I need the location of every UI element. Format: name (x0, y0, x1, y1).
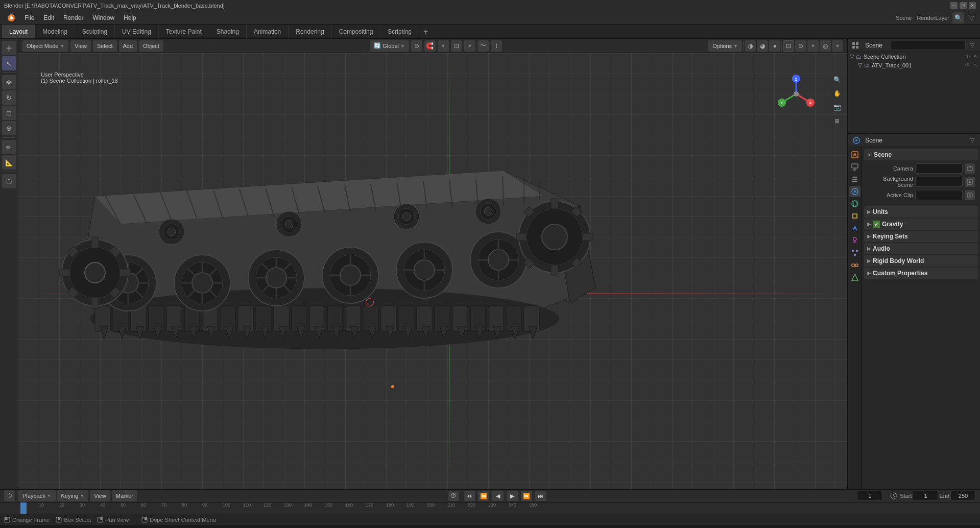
tab-layout[interactable]: Layout (2, 25, 35, 38)
xray-toggle[interactable]: ⊡ (783, 40, 794, 52)
timeline-ruler[interactable]: 1 10 20 30 40 50 60 70 80 90 100 110 120… (0, 502, 980, 514)
grid-view-icon[interactable]: ⊞ (831, 115, 843, 127)
sync-icon[interactable]: ⏱ (448, 491, 459, 501)
eye-icon[interactable]: 👁 (965, 54, 970, 59)
sync-dropdown[interactable]: 🔄 Global ▼ (370, 40, 409, 52)
jump-start-btn[interactable]: ⏮ (464, 491, 475, 501)
3d-viewport[interactable]: Object Mode ▼ View Select Add Object (18, 39, 847, 489)
zoom-in-icon[interactable]: 🔍 (831, 74, 843, 86)
tab-shading[interactable]: Shading (209, 25, 247, 38)
modifier-properties-icon[interactable] (849, 223, 861, 234)
audio-section-header[interactable]: ▶ Audio (864, 243, 978, 254)
tab-compositing[interactable]: Compositing (332, 25, 381, 38)
outliner-search[interactable] (890, 41, 966, 50)
viewport-shading-rendered[interactable]: ● (769, 40, 780, 52)
proportional-falloff[interactable]: ⌇ (491, 40, 502, 52)
menu-help[interactable]: Help (119, 13, 140, 22)
tab-sculpting[interactable]: Sculpting (75, 25, 115, 38)
cursor-tool[interactable]: ✛ (2, 41, 16, 55)
world-properties-icon[interactable] (849, 198, 861, 209)
transform-tool[interactable]: ⊕ (2, 121, 16, 135)
jump-end-btn[interactable]: ⏭ (535, 491, 546, 501)
scale-tool[interactable]: ⊡ (2, 106, 16, 120)
snap-options[interactable]: ▼ (438, 40, 449, 52)
view-menu[interactable]: View (90, 490, 110, 501)
overlay-toggle[interactable]: ⊙ (795, 40, 806, 52)
playback-menu[interactable]: Playback ▼ (18, 490, 56, 501)
active-clip-icon[interactable] (965, 190, 975, 200)
menu-file[interactable]: File (20, 13, 38, 22)
view-menu[interactable]: View (70, 40, 91, 52)
viewport-shading-material[interactable]: ◕ (757, 40, 768, 52)
menu-window[interactable]: Window (88, 13, 118, 22)
options-menu[interactable]: Options ▼ (708, 40, 742, 52)
measure-tool[interactable]: 📐 (2, 155, 16, 170)
current-frame-field[interactable]: 1 (857, 491, 882, 501)
start-frame-field[interactable]: 1 (913, 491, 938, 501)
props-filter-icon[interactable]: ▽ (968, 136, 977, 145)
select-icon[interactable]: ↖ (974, 54, 978, 59)
next-keyframe-btn[interactable]: ⏩ (521, 491, 532, 501)
hand-tool-icon[interactable]: ✋ (831, 87, 843, 100)
tab-texture-paint[interactable]: Texture Paint (159, 25, 209, 38)
gravity-section-header[interactable]: ▶ ✓ Gravity (864, 219, 978, 230)
transform-pivot-dropdown[interactable]: ▼ (464, 40, 475, 52)
maximize-button[interactable]: □ (960, 2, 967, 9)
scene-section-header[interactable]: ▼ Scene (864, 149, 978, 160)
rigid-body-section-header[interactable]: ▶ Rigid Body World (864, 255, 978, 267)
tab-rendering[interactable]: Rendering (289, 25, 331, 38)
tab-animation[interactable]: Animation (247, 25, 289, 38)
menu-render[interactable]: Render (59, 13, 87, 22)
snap-toggle[interactable]: 🧲 (424, 40, 436, 52)
keying-sets-section-header[interactable]: ▶ Keying Sets (864, 231, 978, 242)
move-tool[interactable]: ✥ (2, 75, 16, 89)
overlay-dropdown[interactable]: ▼ (807, 40, 819, 52)
add-workspace-button[interactable]: + (419, 25, 432, 38)
object-data-properties-icon[interactable] (849, 272, 861, 283)
tab-scripting[interactable]: Scripting (380, 25, 419, 38)
viewport-gizmo[interactable]: Z X Y (776, 74, 817, 114)
constraints-properties-icon[interactable] (849, 259, 861, 271)
atv-eye-icon[interactable]: 👁 (965, 62, 970, 68)
proportional-edit[interactable]: ⊙ (411, 40, 422, 52)
active-clip-field[interactable] (915, 190, 963, 200)
minimize-button[interactable]: ─ (950, 2, 958, 9)
render-properties-icon[interactable] (849, 149, 861, 160)
play-reverse-btn[interactable]: ◀ (492, 491, 504, 501)
end-frame-field[interactable]: 250 (950, 491, 976, 501)
add-menu[interactable]: Add (119, 40, 137, 52)
units-section-header[interactable]: ▶ Units (864, 206, 978, 218)
particles-properties-icon[interactable] (849, 247, 861, 258)
menu-edit[interactable]: Edit (39, 13, 58, 22)
menu-blender[interactable] (3, 13, 19, 23)
search-button[interactable]: 🔍 (952, 12, 964, 23)
prev-keyframe-btn[interactable]: ⏪ (478, 491, 489, 501)
select-menu[interactable]: Select (93, 40, 117, 52)
outliner-item-atv-track[interactable]: ▽ 🗂 ATV_Track_001 👁 ↖ (848, 61, 980, 69)
scene-properties-icon[interactable] (849, 186, 861, 197)
tab-modeling[interactable]: Modeling (35, 25, 75, 38)
gizmo-toggle[interactable]: ◎ (820, 40, 831, 52)
filter-button[interactable]: ▽ (966, 12, 977, 23)
keying-menu[interactable]: Keying ▼ (57, 490, 89, 501)
object-menu[interactable]: Object (139, 40, 163, 52)
path-icon[interactable]: 〜 (477, 40, 489, 52)
custom-props-header[interactable]: ▶ Custom Properties (864, 268, 978, 279)
select-tool[interactable]: ↖ (2, 56, 16, 70)
tab-uv-editing[interactable]: UV Editing (115, 25, 159, 38)
camera-view-icon[interactable]: 📷 (831, 101, 843, 113)
add-primitive[interactable]: ⬡ (2, 174, 16, 188)
bg-scene-field[interactable] (915, 177, 963, 187)
object-properties-icon[interactable] (849, 210, 861, 222)
gizmo-dropdown[interactable]: ▼ (832, 40, 843, 52)
outliner-filter-icon[interactable]: ▽ (968, 41, 977, 50)
gravity-checkbox[interactable]: ✓ (873, 221, 880, 228)
play-btn[interactable]: ▶ (507, 491, 518, 501)
timeline-icon[interactable]: ⏱ (4, 490, 15, 501)
close-button[interactable]: ✕ (969, 2, 976, 9)
marker-menu[interactable]: Marker (112, 490, 137, 501)
bg-scene-icon[interactable] (965, 177, 975, 187)
camera-field[interactable] (915, 163, 963, 174)
outliner-item-scene-collection[interactable]: ▽ 🗂 Scene Collection 👁 ↖ (848, 52, 980, 61)
viewport-shading-solid[interactable]: ◑ (745, 40, 756, 52)
